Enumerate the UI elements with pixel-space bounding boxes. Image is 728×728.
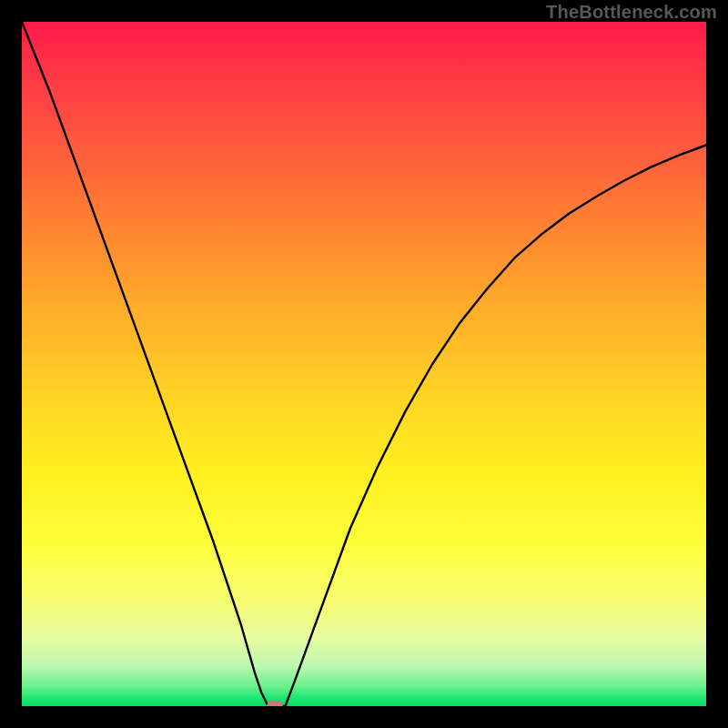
watermark-text: TheBottleneck.com: [546, 2, 717, 23]
plot-area: [22, 22, 706, 706]
bottleneck-curve: [22, 22, 706, 706]
chart-frame: TheBottleneck.com: [0, 0, 728, 728]
minimum-marker: [267, 701, 283, 706]
